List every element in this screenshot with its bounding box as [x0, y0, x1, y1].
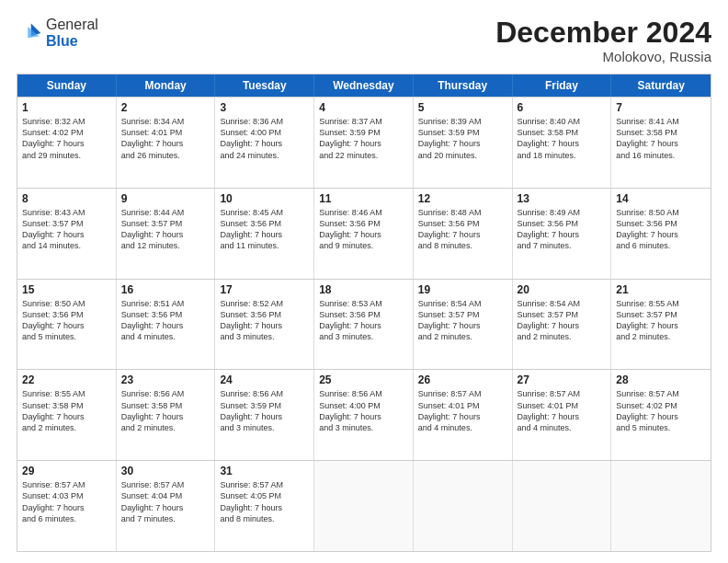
table-row: 16Sunrise: 8:51 AM Sunset: 3:56 PM Dayli…: [117, 280, 216, 370]
table-row: 21Sunrise: 8:55 AM Sunset: 3:57 PM Dayli…: [611, 280, 711, 370]
table-row: 18Sunrise: 8:53 AM Sunset: 3:56 PM Dayli…: [314, 280, 414, 370]
day-number: 17: [220, 283, 309, 296]
day-number: 23: [121, 373, 210, 386]
cell-text: Sunrise: 8:54 AM Sunset: 3:57 PM Dayligh…: [418, 298, 507, 343]
day-number: 22: [22, 373, 111, 386]
day-number: 31: [220, 465, 309, 477]
header: General Blue December 2024 Molokovo, Rus…: [17, 17, 711, 64]
week-row-0: 1Sunrise: 8:32 AM Sunset: 4:02 PM Daylig…: [17, 97, 711, 188]
logo: General Blue: [17, 17, 98, 49]
table-row: [414, 461, 513, 551]
cell-text: Sunrise: 8:55 AM Sunset: 3:57 PM Dayligh…: [616, 298, 706, 343]
day-number: 16: [121, 283, 210, 296]
day-number: 9: [121, 192, 210, 205]
cell-text: Sunrise: 8:57 AM Sunset: 4:05 PM Dayligh…: [220, 479, 309, 524]
day-number: 1: [22, 101, 111, 114]
cell-text: Sunrise: 8:55 AM Sunset: 3:58 PM Dayligh…: [22, 388, 111, 433]
table-row: 5Sunrise: 8:39 AM Sunset: 3:59 PM Daylig…: [414, 98, 513, 188]
table-row: 15Sunrise: 8:50 AM Sunset: 3:56 PM Dayli…: [17, 280, 117, 370]
day-number: 14: [616, 192, 706, 205]
cell-text: Sunrise: 8:50 AM Sunset: 3:56 PM Dayligh…: [22, 298, 111, 343]
day-number: 30: [121, 465, 210, 477]
table-row: [513, 461, 612, 551]
cell-text: Sunrise: 8:57 AM Sunset: 4:02 PM Dayligh…: [616, 388, 706, 433]
day-number: 26: [418, 373, 507, 386]
cell-text: Sunrise: 8:57 AM Sunset: 4:04 PM Dayligh…: [121, 479, 210, 524]
calendar-body: 1Sunrise: 8:32 AM Sunset: 4:02 PM Daylig…: [17, 97, 711, 551]
table-row: 4Sunrise: 8:37 AM Sunset: 3:59 PM Daylig…: [314, 98, 414, 188]
header-wednesday: Wednesday: [314, 75, 414, 97]
title-block: December 2024 Molokovo, Russia: [495, 17, 711, 64]
logo-icon: [17, 20, 42, 46]
day-number: 5: [418, 101, 507, 114]
cell-text: Sunrise: 8:40 AM Sunset: 3:58 PM Dayligh…: [518, 116, 607, 161]
table-row: 29Sunrise: 8:57 AM Sunset: 4:03 PM Dayli…: [17, 461, 117, 551]
table-row: [314, 461, 414, 551]
month-year: December 2024: [495, 17, 711, 49]
table-row: 9Sunrise: 8:44 AM Sunset: 3:57 PM Daylig…: [117, 189, 216, 279]
header-saturday: Saturday: [611, 75, 711, 97]
cell-text: Sunrise: 8:57 AM Sunset: 4:01 PM Dayligh…: [418, 388, 507, 433]
table-row: 6Sunrise: 8:40 AM Sunset: 3:58 PM Daylig…: [513, 98, 612, 188]
cell-text: Sunrise: 8:45 AM Sunset: 3:56 PM Dayligh…: [220, 207, 309, 252]
table-row: 8Sunrise: 8:43 AM Sunset: 3:57 PM Daylig…: [17, 189, 117, 279]
day-number: 19: [418, 283, 507, 296]
header-monday: Monday: [117, 75, 216, 97]
cell-text: Sunrise: 8:41 AM Sunset: 3:58 PM Dayligh…: [616, 116, 706, 161]
week-row-1: 8Sunrise: 8:43 AM Sunset: 3:57 PM Daylig…: [17, 188, 711, 279]
table-row: 23Sunrise: 8:56 AM Sunset: 3:58 PM Dayli…: [117, 370, 216, 460]
day-number: 8: [22, 192, 111, 205]
week-row-2: 15Sunrise: 8:50 AM Sunset: 3:56 PM Dayli…: [17, 279, 711, 370]
day-number: 10: [220, 192, 309, 205]
table-row: 28Sunrise: 8:57 AM Sunset: 4:02 PM Dayli…: [611, 370, 711, 460]
header-friday: Friday: [513, 75, 612, 97]
cell-text: Sunrise: 8:39 AM Sunset: 3:59 PM Dayligh…: [418, 116, 507, 161]
day-number: 4: [319, 101, 408, 114]
week-row-3: 22Sunrise: 8:55 AM Sunset: 3:58 PM Dayli…: [17, 369, 711, 460]
cell-text: Sunrise: 8:44 AM Sunset: 3:57 PM Dayligh…: [121, 207, 210, 252]
day-number: 13: [518, 192, 607, 205]
day-number: 3: [220, 101, 309, 114]
day-number: 29: [22, 465, 111, 477]
cell-text: Sunrise: 8:56 AM Sunset: 4:00 PM Dayligh…: [319, 388, 408, 433]
header-sunday: Sunday: [17, 75, 117, 97]
table-row: 13Sunrise: 8:49 AM Sunset: 3:56 PM Dayli…: [513, 189, 612, 279]
location: Molokovo, Russia: [495, 49, 711, 64]
cell-text: Sunrise: 8:56 AM Sunset: 3:58 PM Dayligh…: [121, 388, 210, 433]
table-row: [611, 461, 711, 551]
day-number: 24: [220, 373, 309, 386]
table-row: 26Sunrise: 8:57 AM Sunset: 4:01 PM Dayli…: [414, 370, 513, 460]
header-tuesday: Tuesday: [215, 75, 314, 97]
day-number: 15: [22, 283, 111, 296]
logo-general: General: [46, 17, 98, 32]
cell-text: Sunrise: 8:37 AM Sunset: 3:59 PM Dayligh…: [319, 116, 408, 161]
day-number: 11: [319, 192, 408, 205]
day-number: 25: [319, 373, 408, 386]
day-number: 18: [319, 283, 408, 296]
cell-text: Sunrise: 8:43 AM Sunset: 3:57 PM Dayligh…: [22, 207, 111, 252]
cell-text: Sunrise: 8:52 AM Sunset: 3:56 PM Dayligh…: [220, 298, 309, 343]
table-row: 24Sunrise: 8:56 AM Sunset: 3:59 PM Dayli…: [215, 370, 314, 460]
day-number: 27: [518, 373, 607, 386]
cell-text: Sunrise: 8:50 AM Sunset: 3:56 PM Dayligh…: [616, 207, 706, 252]
cell-text: Sunrise: 8:49 AM Sunset: 3:56 PM Dayligh…: [518, 207, 607, 252]
table-row: 17Sunrise: 8:52 AM Sunset: 3:56 PM Dayli…: [215, 280, 314, 370]
cell-text: Sunrise: 8:57 AM Sunset: 4:03 PM Dayligh…: [22, 479, 111, 524]
table-row: 11Sunrise: 8:46 AM Sunset: 3:56 PM Dayli…: [314, 189, 414, 279]
table-row: 2Sunrise: 8:34 AM Sunset: 4:01 PM Daylig…: [117, 98, 216, 188]
page: General Blue December 2024 Molokovo, Rus…: [0, 0, 728, 563]
header-thursday: Thursday: [414, 75, 513, 97]
day-number: 20: [518, 283, 607, 296]
table-row: 7Sunrise: 8:41 AM Sunset: 3:58 PM Daylig…: [611, 98, 711, 188]
cell-text: Sunrise: 8:56 AM Sunset: 3:59 PM Dayligh…: [220, 388, 309, 433]
table-row: 12Sunrise: 8:48 AM Sunset: 3:56 PM Dayli…: [414, 189, 513, 279]
day-number: 12: [418, 192, 507, 205]
table-row: 10Sunrise: 8:45 AM Sunset: 3:56 PM Dayli…: [215, 189, 314, 279]
logo-blue: Blue: [46, 33, 78, 49]
day-number: 7: [616, 101, 706, 114]
cell-text: Sunrise: 8:54 AM Sunset: 3:57 PM Dayligh…: [518, 298, 607, 343]
cell-text: Sunrise: 8:53 AM Sunset: 3:56 PM Dayligh…: [319, 298, 408, 343]
table-row: 22Sunrise: 8:55 AM Sunset: 3:58 PM Dayli…: [17, 370, 117, 460]
table-row: 30Sunrise: 8:57 AM Sunset: 4:04 PM Dayli…: [117, 461, 216, 551]
cell-text: Sunrise: 8:51 AM Sunset: 3:56 PM Dayligh…: [121, 298, 210, 343]
